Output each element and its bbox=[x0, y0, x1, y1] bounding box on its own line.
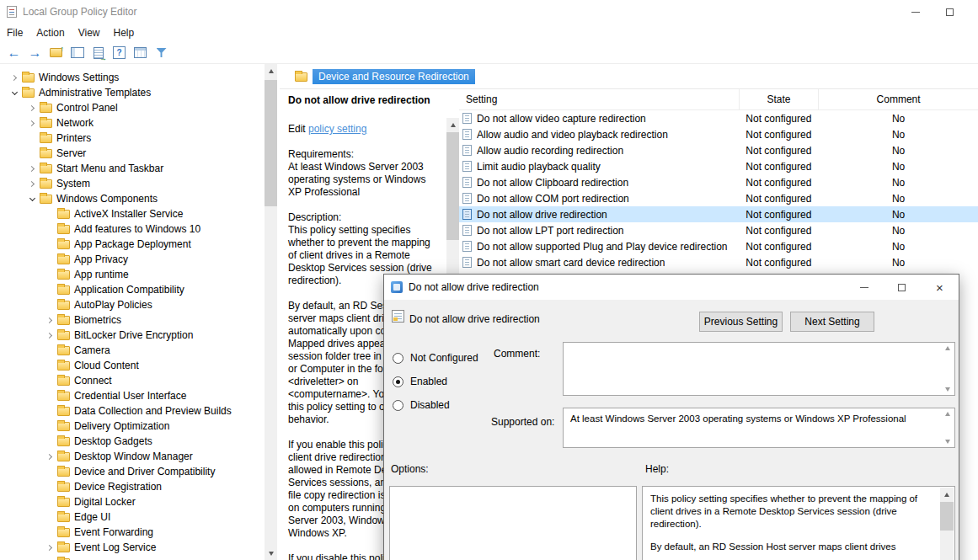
policy-setting-link[interactable]: policy setting bbox=[308, 123, 366, 135]
comment-scrollbar[interactable] bbox=[941, 344, 954, 394]
radio-button[interactable] bbox=[393, 353, 403, 364]
next-setting-button[interactable]: Next Setting bbox=[790, 312, 874, 332]
tree-item[interactable]: Application Compatibility bbox=[0, 282, 263, 297]
tree-item[interactable]: AutoPlay Policies bbox=[0, 297, 263, 312]
scroll-up-button[interactable] bbox=[446, 118, 459, 131]
tree-item[interactable]: ActiveX Installer Service bbox=[0, 206, 263, 221]
tree-item[interactable]: Add features to Windows 10 bbox=[0, 221, 263, 237]
tree-item[interactable]: Windows Settings bbox=[0, 70, 263, 85]
tree-item[interactable]: Start Menu and Taskbar bbox=[0, 161, 263, 176]
forward-icon[interactable] bbox=[24, 44, 45, 62]
dialog-minimize-button[interactable] bbox=[845, 275, 883, 300]
tree-item[interactable]: Digital Locker bbox=[0, 494, 263, 509]
tree-item[interactable]: Connect bbox=[0, 373, 263, 388]
tree-item[interactable]: Delivery Optimization bbox=[0, 419, 263, 434]
radio-option-enabled[interactable]: Enabled bbox=[393, 372, 478, 391]
tree-item[interactable]: Printers bbox=[0, 131, 263, 146]
settings-row[interactable]: Allow audio recording redirectionNot con… bbox=[459, 142, 978, 158]
radio-option-disabled[interactable]: Disabled bbox=[393, 396, 478, 414]
folder-icon bbox=[57, 316, 70, 325]
chevron-right-icon[interactable] bbox=[44, 557, 56, 560]
chevron-down-icon[interactable] bbox=[8, 87, 20, 99]
scrollbar-thumb[interactable] bbox=[940, 502, 954, 531]
comment-input[interactable] bbox=[563, 342, 955, 396]
chevron-right-icon[interactable] bbox=[44, 541, 56, 553]
chevron-down-icon[interactable] bbox=[26, 193, 38, 205]
tree-item[interactable]: Device Registration bbox=[0, 479, 263, 494]
tree-item-label: Digital Locker bbox=[74, 496, 136, 508]
menu-item-help[interactable]: Help bbox=[114, 27, 135, 39]
previous-setting-button[interactable]: Previous Setting bbox=[699, 312, 783, 332]
menu-item-file[interactable]: File bbox=[7, 27, 23, 39]
maximize-button[interactable] bbox=[933, 0, 966, 24]
settings-row[interactable]: Do not allow COM port redirectionNot con… bbox=[459, 190, 978, 206]
up-one-level-icon[interactable] bbox=[45, 44, 67, 62]
scroll-up-button[interactable] bbox=[940, 488, 953, 501]
settings-row[interactable]: Do not allow smart card device redirecti… bbox=[459, 254, 978, 270]
radio-button[interactable] bbox=[393, 400, 403, 411]
tree-item[interactable]: App Privacy bbox=[0, 252, 263, 267]
tree-item[interactable]: Windows Components bbox=[0, 191, 263, 206]
tree-item[interactable]: Cloud Content bbox=[0, 358, 263, 373]
supported-on-box[interactable]: At least Windows Server 2003 operating s… bbox=[563, 408, 955, 448]
tree-item[interactable] bbox=[0, 555, 263, 560]
menu-item-view[interactable]: View bbox=[78, 27, 100, 39]
tree-item[interactable]: Event Log Service bbox=[0, 540, 263, 555]
scroll-up-button[interactable] bbox=[265, 64, 277, 77]
settings-row[interactable]: Do not allow supported Plug and Play dev… bbox=[459, 238, 978, 254]
tree-item-label: Printers bbox=[56, 132, 91, 144]
tree-item[interactable]: Event Forwarding bbox=[0, 525, 263, 540]
tree-item[interactable]: Server bbox=[0, 146, 263, 161]
scrollbar-thumb[interactable] bbox=[265, 80, 277, 206]
tree-item[interactable]: Desktop Window Manager bbox=[0, 449, 263, 464]
column-header-setting[interactable]: Setting bbox=[459, 89, 740, 109]
chevron-right-icon[interactable] bbox=[26, 117, 38, 129]
tree-item[interactable]: Credential User Interface bbox=[0, 388, 263, 403]
back-icon[interactable] bbox=[3, 44, 24, 62]
tree-item[interactable]: System bbox=[0, 176, 263, 191]
tree-item[interactable]: Biometrics bbox=[0, 312, 263, 328]
tree-item[interactable]: Control Panel bbox=[0, 100, 263, 115]
tree-item[interactable]: BitLocker Drive Encryption bbox=[0, 328, 263, 343]
tree-item[interactable]: Data Collection and Preview Builds bbox=[0, 403, 263, 419]
settings-row[interactable]: Do not allow Clipboard redirectionNot co… bbox=[459, 174, 978, 190]
chevron-right-icon[interactable] bbox=[44, 451, 56, 462]
chevron-right-icon[interactable] bbox=[26, 163, 38, 174]
tree-item[interactable]: App Package Deployment bbox=[0, 237, 263, 252]
settings-row[interactable]: Do not allow video capture redirectionNo… bbox=[459, 110, 978, 126]
dialog-maximize-button[interactable] bbox=[883, 275, 921, 300]
tree-item[interactable]: Edge UI bbox=[0, 509, 263, 525]
tree-item[interactable]: Device and Driver Compatibility bbox=[0, 464, 263, 479]
tree-item[interactable]: Administrative Templates bbox=[0, 85, 263, 100]
filter-icon[interactable] bbox=[151, 44, 172, 62]
dialog-close-button[interactable]: × bbox=[921, 275, 959, 300]
chevron-right-icon[interactable] bbox=[44, 314, 56, 326]
supported-scrollbar[interactable] bbox=[941, 409, 954, 446]
chevron-right-icon[interactable] bbox=[26, 102, 38, 114]
tree-scrollbar[interactable] bbox=[265, 64, 277, 560]
tree-item[interactable]: Network bbox=[0, 115, 263, 131]
radio-button[interactable] bbox=[393, 376, 403, 387]
column-header-state[interactable]: State bbox=[740, 89, 819, 109]
show-console-tree-icon[interactable] bbox=[67, 44, 88, 62]
settings-row[interactable]: Do not allow drive redirectionNot config… bbox=[459, 206, 978, 222]
tree-item[interactable]: Camera bbox=[0, 343, 263, 358]
chevron-right-icon[interactable] bbox=[8, 72, 20, 83]
column-header-comment[interactable]: Comment bbox=[819, 89, 978, 109]
help-scrollbar[interactable] bbox=[940, 488, 954, 560]
chevron-right-icon[interactable] bbox=[26, 178, 38, 189]
extended-view-icon[interactable] bbox=[130, 44, 151, 62]
settings-row[interactable]: Do not allow LPT port redirectionNot con… bbox=[459, 222, 978, 238]
tree-item[interactable]: Desktop Gadgets bbox=[0, 434, 263, 449]
chevron-right-icon[interactable] bbox=[44, 329, 56, 341]
scroll-down-button[interactable] bbox=[265, 547, 277, 560]
radio-option-not-configured[interactable]: Not Configured bbox=[393, 349, 478, 367]
tree-item[interactable]: App runtime bbox=[0, 267, 263, 282]
help-icon[interactable] bbox=[109, 44, 130, 62]
minimize-button[interactable] bbox=[899, 0, 933, 24]
scrollbar-thumb[interactable] bbox=[446, 132, 459, 240]
export-list-icon[interactable] bbox=[88, 44, 109, 62]
settings-row[interactable]: Limit audio playback qualityNot configur… bbox=[459, 158, 978, 174]
menu-item-action[interactable]: Action bbox=[36, 27, 64, 39]
settings-row[interactable]: Allow audio and video playback redirecti… bbox=[459, 126, 978, 142]
